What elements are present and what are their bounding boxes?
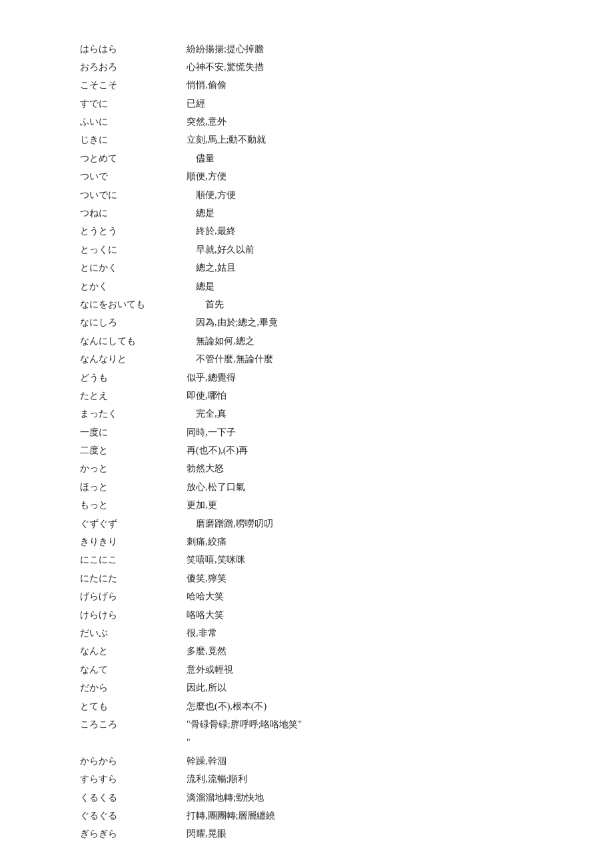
- table-row: かっと勃然大怒: [80, 460, 546, 478]
- chinese-definition: 更加,更: [187, 497, 546, 515]
- table-row: ぐるぐる打轉,團團轉;層層纏繞: [80, 807, 546, 825]
- japanese-term: 一度に: [80, 423, 187, 441]
- chinese-definition: 儘量: [187, 149, 546, 167]
- chinese-definition: 總之,姑且: [187, 259, 546, 277]
- japanese-term: かっと: [80, 460, 187, 478]
- japanese-term: じきに: [80, 131, 187, 149]
- japanese-term: すらすら: [80, 771, 187, 789]
- chinese-definition: 因此,所以: [187, 679, 546, 697]
- japanese-term: ふいに: [80, 113, 187, 131]
- chinese-definition: 哈哈大笑: [187, 588, 546, 606]
- table-row: けらけら咯咯大笑: [80, 606, 546, 624]
- table-row: もっと更加,更: [80, 497, 546, 515]
- table-row: つとめて 儘量: [80, 149, 546, 167]
- chinese-definition: 意外或輕視: [187, 661, 546, 679]
- japanese-term: はらはら: [80, 40, 187, 58]
- chinese-definition: 悄悄,偷偷: [187, 77, 546, 95]
- chinese-definition: 滴溜溜地轉;勁快地: [187, 789, 546, 807]
- japanese-term: ほっと: [80, 478, 187, 496]
- table-row: 一度に同時,一下子: [80, 423, 546, 441]
- table-row: どうも似乎,總覺得: [80, 369, 546, 387]
- chinese-definition: 勃然大怒: [187, 460, 546, 478]
- japanese-term: にこにこ: [80, 551, 187, 569]
- table-row: ほっと放心,松了口氣: [80, 478, 546, 496]
- japanese-term: すでに: [80, 95, 187, 113]
- chinese-definition: 笑嘻嘻,笑咪咪: [187, 551, 546, 569]
- chinese-definition: 似乎,總覺得: [187, 369, 546, 387]
- japanese-term: とても: [80, 697, 187, 715]
- table-row: なんと多麼,竟然: [80, 643, 546, 661]
- japanese-term: けらけら: [80, 606, 187, 624]
- chinese-definition: 放心,松了口氣: [187, 478, 546, 496]
- japanese-term: [80, 734, 187, 752]
- japanese-term: だから: [80, 679, 187, 697]
- table-row: からから幹躁,幹涸: [80, 752, 546, 770]
- chinese-definition: 怎麼也(不),根本(不): [187, 697, 546, 715]
- japanese-term: なにをおいても: [80, 295, 187, 313]
- table-row: くるくる滴溜溜地轉;勁快地: [80, 789, 546, 807]
- chinese-definition: 刺痛,絞痛: [187, 533, 546, 551]
- chinese-definition: 完全,真: [187, 405, 546, 423]
- chinese-definition: ": [187, 734, 546, 752]
- chinese-definition: "骨碌骨碌;胖呼呼;咯咯地笑": [187, 715, 546, 733]
- chinese-definition: 幹躁,幹涸: [187, 752, 546, 770]
- chinese-definition: 順便,方便: [187, 186, 546, 204]
- chinese-definition: 心神不安,驚慌失措: [187, 58, 546, 76]
- table-row: すでに已經: [80, 95, 546, 113]
- chinese-definition: 再(也不),(不)再: [187, 442, 546, 460]
- chinese-definition: 因為,由於;總之,畢竟: [187, 314, 546, 332]
- japanese-term: ついでに: [80, 186, 187, 204]
- japanese-term: からから: [80, 752, 187, 770]
- chinese-definition: 突然,意外: [187, 113, 546, 131]
- table-row: ぎらぎら閃耀,晃眼: [80, 825, 546, 843]
- japanese-term: 二度と: [80, 442, 187, 460]
- table-row: 二度と再(也不),(不)再: [80, 442, 546, 460]
- japanese-term: とうとう: [80, 223, 187, 241]
- table-row: なにをおいても 首先: [80, 295, 546, 313]
- chinese-definition: 即使,哪怕: [187, 387, 546, 405]
- table-row: とかく 總是: [80, 277, 546, 295]
- chinese-definition: 已經: [187, 95, 546, 113]
- japanese-term: おろおろ: [80, 58, 187, 76]
- japanese-term: とっくに: [80, 241, 187, 259]
- chinese-definition: 不管什麼,無論什麼: [187, 351, 546, 369]
- table-row: ふいに突然,意外: [80, 113, 546, 131]
- table-row: ": [80, 734, 546, 752]
- japanese-term: だいぶ: [80, 625, 187, 643]
- japanese-term: どうも: [80, 369, 187, 387]
- japanese-term: ころころ: [80, 715, 187, 733]
- table-row: じきに立刻,馬上;動不動就: [80, 131, 546, 149]
- table-row: たとえ即使,哪怕: [80, 387, 546, 405]
- chinese-definition: 磨磨蹭蹭,嘮嘮叨叨: [187, 515, 546, 533]
- chinese-definition: 終於,最終: [187, 223, 546, 241]
- japanese-term: こそこそ: [80, 77, 187, 95]
- table-row: だから因此,所以: [80, 679, 546, 697]
- chinese-definition: 打轉,團團轉;層層纏繞: [187, 807, 546, 825]
- table-row: なにしろ 因為,由於;總之,畢竟: [80, 314, 546, 332]
- japanese-term: とかく: [80, 277, 187, 295]
- table-row: とても怎麼也(不),根本(不): [80, 697, 546, 715]
- chinese-definition: 首先: [187, 295, 546, 313]
- table-row: おろおろ心神不安,驚慌失措: [80, 58, 546, 76]
- japanese-term: なんと: [80, 643, 187, 661]
- chinese-definition: 紛紛揚揚;提心掉膽: [187, 40, 546, 58]
- japanese-term: まったく: [80, 405, 187, 423]
- table-row: まったく 完全,真: [80, 405, 546, 423]
- japanese-term: なにしろ: [80, 314, 187, 332]
- chinese-definition: 多麼,竟然: [187, 643, 546, 661]
- table-row: つねに 總是: [80, 205, 546, 223]
- japanese-term: きりきり: [80, 533, 187, 551]
- chinese-definition: 順便,方便: [187, 168, 546, 186]
- japanese-term: げらげら: [80, 588, 187, 606]
- chinese-definition: 流利,流暢;順利: [187, 771, 546, 789]
- table-row: ころころ"骨碌骨碌;胖呼呼;咯咯地笑": [80, 715, 546, 733]
- table-row: きりきり刺痛,絞痛: [80, 533, 546, 551]
- chinese-definition: 早就,好久以前: [187, 241, 546, 259]
- chinese-definition: 咯咯大笑: [187, 606, 546, 624]
- table-row: とうとう 終於,最終: [80, 223, 546, 241]
- chinese-definition: 同時,一下子: [187, 423, 546, 441]
- table-row: げらげら哈哈大笑: [80, 588, 546, 606]
- chinese-definition: 總是: [187, 277, 546, 295]
- japanese-term: なんにしても: [80, 332, 187, 350]
- table-row: ぐずぐず 磨磨蹭蹭,嘮嘮叨叨: [80, 515, 546, 533]
